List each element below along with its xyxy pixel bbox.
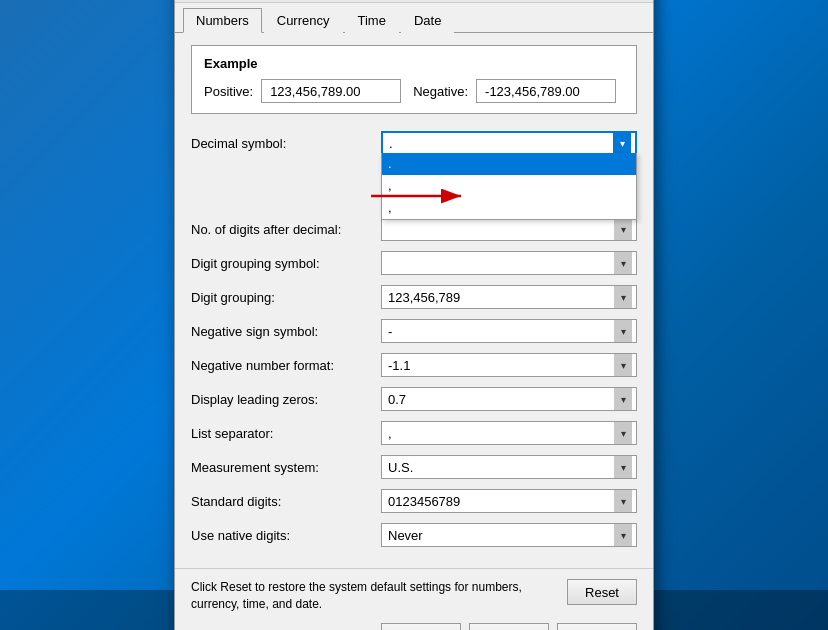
negative-sign-symbol-label: Negative sign symbol:	[191, 324, 381, 339]
positive-label: Positive:	[204, 84, 253, 99]
negative-sign-symbol-row: Negative sign symbol: - ▾	[191, 318, 637, 344]
measurement-system-value: U.S.	[386, 460, 614, 475]
decimal-symbol-row: Decimal symbol: . ▾ . , ,	[191, 130, 637, 156]
list-separator-value: ,	[386, 426, 614, 441]
dropdown-arrow-neg-format[interactable]: ▾	[614, 354, 632, 376]
use-native-digits-dropdown[interactable]: Never ▾	[381, 523, 637, 547]
negative-label: Negative:	[413, 84, 468, 99]
list-separator-row: List separator: , ▾	[191, 420, 637, 446]
reset-button[interactable]: Reset	[567, 579, 637, 605]
dropdown-arrow-grouping-symbol[interactable]: ▾	[614, 252, 632, 274]
dropdown-arrow-digits[interactable]: ▾	[614, 218, 632, 240]
negative-sign-symbol-value: -	[386, 324, 614, 339]
decimal-symbol-dropdown[interactable]: . ▾	[381, 131, 637, 155]
standard-digits-value: 0123456789	[386, 494, 614, 509]
use-native-digits-row: Use native digits: Never ▾	[191, 522, 637, 548]
ok-button[interactable]: OK	[381, 623, 461, 630]
dropdown-arrow-list-sep[interactable]: ▾	[614, 422, 632, 444]
display-leading-zeros-value: 0.7	[386, 392, 614, 407]
standard-digits-dropdown[interactable]: 0123456789 ▾	[381, 489, 637, 513]
negative-number-format-dropdown[interactable]: -1.1 ▾	[381, 353, 637, 377]
decimal-option-comma2[interactable]: ,	[382, 197, 636, 219]
negative-number-format-control: -1.1 ▾	[381, 353, 637, 377]
decimal-symbol-label: Decimal symbol:	[191, 136, 381, 151]
digits-after-decimal-control: ▾	[381, 217, 637, 241]
display-leading-zeros-label: Display leading zeros:	[191, 392, 381, 407]
decimal-option-comma1[interactable]: ,	[382, 175, 636, 197]
measurement-system-dropdown[interactable]: U.S. ▾	[381, 455, 637, 479]
digits-after-decimal-label: No. of digits after decimal:	[191, 222, 381, 237]
dropdown-arrow-leading[interactable]: ▾	[614, 388, 632, 410]
decimal-symbol-value: .	[387, 136, 613, 151]
example-section: Example Positive: 123,456,789.00 Negativ…	[191, 45, 637, 114]
main-content: Example Positive: 123,456,789.00 Negativ…	[175, 33, 653, 568]
standard-digits-control: 0123456789 ▾	[381, 489, 637, 513]
digit-grouping-symbol-control: ▾	[381, 251, 637, 275]
digit-grouping-dropdown[interactable]: 123,456,789 ▾	[381, 285, 637, 309]
use-native-digits-label: Use native digits:	[191, 528, 381, 543]
tab-bar: Numbers Currency Time Date	[175, 3, 653, 33]
negative-example: Negative: -123,456,789.00	[413, 79, 616, 103]
decimal-symbol-list: . , ,	[381, 153, 637, 220]
list-separator-control: , ▾	[381, 421, 637, 445]
digit-grouping-label: Digit grouping:	[191, 290, 381, 305]
positive-value: 123,456,789.00	[261, 79, 401, 103]
decimal-symbol-control: . ▾ . , ,	[381, 131, 637, 155]
customize-format-dialog: Customize Format ✕ Numbers Currency Time…	[174, 0, 654, 630]
decimal-option-dot[interactable]: .	[382, 153, 636, 175]
dropdown-arrow-decimal[interactable]: ▾	[613, 132, 631, 154]
form-area: Decimal symbol: . ▾ . , ,	[191, 130, 637, 548]
negative-number-format-label: Negative number format:	[191, 358, 381, 373]
digit-grouping-value: 123,456,789	[386, 290, 614, 305]
positive-example: Positive: 123,456,789.00	[204, 79, 401, 103]
dropdown-arrow-std-digits[interactable]: ▾	[614, 490, 632, 512]
tab-numbers[interactable]: Numbers	[183, 8, 262, 33]
reset-row: Click Reset to restore the system defaul…	[191, 579, 637, 613]
digit-grouping-symbol-dropdown[interactable]: ▾	[381, 251, 637, 275]
display-leading-zeros-row: Display leading zeros: 0.7 ▾	[191, 386, 637, 412]
measurement-system-row: Measurement system: U.S. ▾	[191, 454, 637, 480]
button-row: OK Cancel Apply	[191, 623, 637, 630]
display-leading-zeros-dropdown[interactable]: 0.7 ▾	[381, 387, 637, 411]
tab-currency[interactable]: Currency	[264, 8, 343, 33]
display-leading-zeros-control: 0.7 ▾	[381, 387, 637, 411]
dropdown-arrow-grouping[interactable]: ▾	[614, 286, 632, 308]
digits-after-decimal-dropdown[interactable]: ▾	[381, 217, 637, 241]
negative-sign-symbol-dropdown[interactable]: - ▾	[381, 319, 637, 343]
dropdown-arrow-native[interactable]: ▾	[614, 524, 632, 546]
digit-grouping-symbol-row: Digit grouping symbol: ▾	[191, 250, 637, 276]
cancel-button[interactable]: Cancel	[469, 623, 549, 630]
list-separator-dropdown[interactable]: , ▾	[381, 421, 637, 445]
digit-grouping-control: 123,456,789 ▾	[381, 285, 637, 309]
tab-time[interactable]: Time	[345, 8, 399, 33]
reset-text: Click Reset to restore the system defaul…	[191, 579, 555, 613]
negative-number-format-value: -1.1	[386, 358, 614, 373]
measurement-system-label: Measurement system:	[191, 460, 381, 475]
standard-digits-row: Standard digits: 0123456789 ▾	[191, 488, 637, 514]
tab-date[interactable]: Date	[401, 8, 454, 33]
negative-value: -123,456,789.00	[476, 79, 616, 103]
digit-grouping-row: Digit grouping: 123,456,789 ▾	[191, 284, 637, 310]
negative-sign-symbol-control: - ▾	[381, 319, 637, 343]
list-separator-label: List separator:	[191, 426, 381, 441]
dropdown-arrow-measurement[interactable]: ▾	[614, 456, 632, 478]
example-label: Example	[204, 56, 624, 71]
use-native-digits-value: Never	[386, 528, 614, 543]
measurement-system-control: U.S. ▾	[381, 455, 637, 479]
digit-grouping-symbol-label: Digit grouping symbol:	[191, 256, 381, 271]
use-native-digits-control: Never ▾	[381, 523, 637, 547]
example-row: Positive: 123,456,789.00 Negative: -123,…	[204, 79, 624, 103]
dropdown-arrow-neg-sign[interactable]: ▾	[614, 320, 632, 342]
standard-digits-label: Standard digits:	[191, 494, 381, 509]
negative-number-format-row: Negative number format: -1.1 ▾	[191, 352, 637, 378]
bottom-section: Click Reset to restore the system defaul…	[175, 568, 653, 630]
apply-button[interactable]: Apply	[557, 623, 637, 630]
